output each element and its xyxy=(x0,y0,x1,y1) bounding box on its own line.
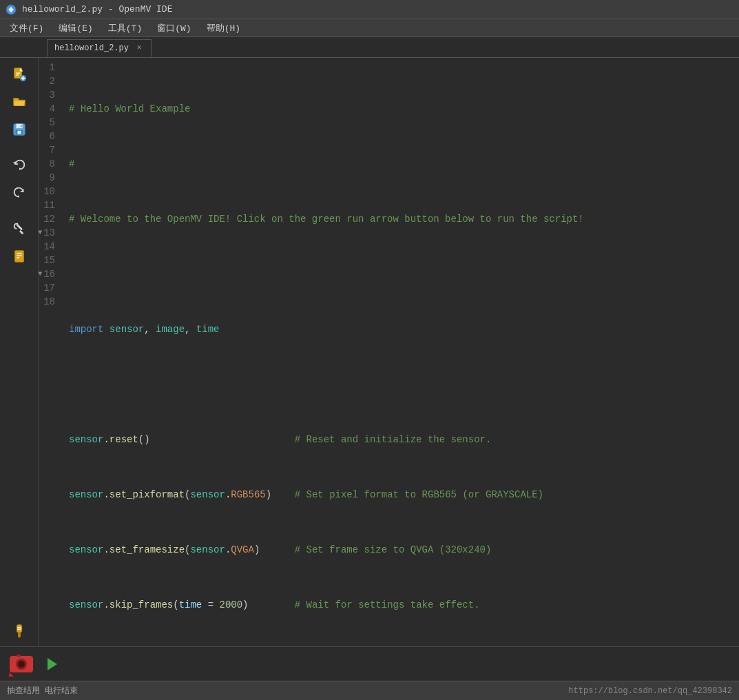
svg-rect-25 xyxy=(17,655,21,657)
code-editor[interactable]: 1 2 3 4 5 6 7 8 9 10 11 12 ▼13 14 15 ▼16 xyxy=(39,58,739,646)
line-num-2: 2 xyxy=(39,74,61,88)
status-left: 抽查结用 电行结束 xyxy=(7,685,78,697)
line-num-8: 8 xyxy=(39,157,61,171)
line-num-7: 7 xyxy=(39,143,61,157)
line-num-9: 9 xyxy=(39,171,61,185)
code-line-4 xyxy=(69,267,739,281)
line-num-6: 6 xyxy=(39,130,61,143)
svg-marker-27 xyxy=(48,658,57,670)
menu-edit[interactable]: 编辑(E) xyxy=(52,21,99,36)
line-num-16: ▼16 xyxy=(39,267,61,281)
svg-rect-13 xyxy=(19,230,23,234)
connect-button[interactable] xyxy=(7,619,32,644)
tab-helloworld[interactable]: helloworld_2.py × xyxy=(47,39,152,57)
line-num-11: 11 xyxy=(39,198,61,212)
run-icon xyxy=(44,656,61,672)
line-num-1: 1 xyxy=(39,61,61,74)
menu-tools[interactable]: 工具(T) xyxy=(101,21,149,36)
connect-icon xyxy=(12,624,27,639)
code-line-2: # xyxy=(69,157,739,171)
openmv-icon xyxy=(6,4,17,15)
run-area xyxy=(0,646,739,681)
new-file-icon xyxy=(12,67,27,82)
code-line-1: # Hello World Example xyxy=(69,102,739,116)
line-num-3: 3 xyxy=(39,88,61,102)
tab-bar: helloworld_2.py × xyxy=(0,37,739,58)
redo-button[interactable] xyxy=(7,181,32,205)
tab-close-button[interactable]: × xyxy=(134,43,144,53)
open-file-icon xyxy=(12,94,27,110)
undo-icon xyxy=(12,158,27,173)
code-lines[interactable]: # Hello World Example # # Welcome to the… xyxy=(66,61,739,646)
camera-area xyxy=(8,650,36,678)
line-num-10: 10 xyxy=(39,185,61,198)
svg-rect-14 xyxy=(14,251,23,262)
svg-rect-10 xyxy=(17,131,21,134)
script-icon xyxy=(12,249,27,264)
main-area: 1 2 3 4 5 6 7 8 9 10 11 12 ▼13 14 15 ▼16 xyxy=(0,58,739,646)
code-line-6 xyxy=(69,378,739,391)
code-line-3: # Welcome to the OpenMV IDE! Click on th… xyxy=(69,212,739,226)
tools-button[interactable] xyxy=(7,216,32,241)
redo-icon xyxy=(12,185,27,200)
line-num-18: 18 xyxy=(39,295,61,309)
line-num-12: 12 xyxy=(39,212,61,226)
status-bar: 抽查结用 电行结束 https://blog.csdn.net/qq_42398… xyxy=(0,681,739,700)
title-bar: helloworld_2.py - OpenMV IDE xyxy=(0,0,739,19)
camera-icon xyxy=(8,650,34,677)
fold-arrow-16[interactable]: ▼ xyxy=(39,267,42,281)
fold-arrow-13[interactable]: ▼ xyxy=(39,226,42,240)
svg-rect-12 xyxy=(16,224,23,231)
menu-window[interactable]: 窗口(W) xyxy=(150,21,198,36)
code-line-5: import sensor, image, time xyxy=(69,322,739,336)
code-line-8: sensor.set_pixformat(sensor.RGB565) # Se… xyxy=(69,488,739,502)
line-num-15: 15 xyxy=(39,254,61,267)
status-url: https://blog.csdn.net/qq_42398342 xyxy=(568,686,732,696)
undo-button[interactable] xyxy=(7,153,32,178)
sidebar xyxy=(0,58,39,646)
line-numbers: 1 2 3 4 5 6 7 8 9 10 11 12 ▼13 14 15 ▼16 xyxy=(39,61,66,646)
line-num-5: 5 xyxy=(39,116,61,130)
tools-icon xyxy=(12,221,27,236)
save-file-icon xyxy=(12,122,27,137)
line-num-13: ▼13 xyxy=(39,226,61,240)
new-file-button[interactable] xyxy=(7,62,32,87)
code-container: 1 2 3 4 5 6 7 8 9 10 11 12 ▼13 14 15 ▼16 xyxy=(39,58,739,646)
code-line-7: sensor.reset() # Reset and initialize th… xyxy=(69,433,739,446)
bottom-area: 抽查结用 电行结束 https://blog.csdn.net/qq_42398… xyxy=(0,646,739,700)
code-line-9: sensor.set_framesize(sensor.QVGA) # Set … xyxy=(69,543,739,557)
svg-point-24 xyxy=(18,661,25,668)
status-text: 抽查结用 电行结束 xyxy=(7,685,78,697)
line-num-4: 4 xyxy=(39,102,61,116)
script-button[interactable] xyxy=(7,244,32,269)
svg-rect-18 xyxy=(17,625,21,632)
run-button[interactable] xyxy=(41,653,63,675)
open-file-button[interactable] xyxy=(7,90,32,114)
code-line-10: sensor.skip_frames(time = 2000) # Wait f… xyxy=(69,598,739,612)
line-num-14: 14 xyxy=(39,240,61,254)
window-title: helloworld_2.py - OpenMV IDE xyxy=(22,4,172,14)
save-file-button[interactable] xyxy=(7,117,32,142)
svg-marker-26 xyxy=(8,672,14,677)
svg-rect-19 xyxy=(18,632,21,637)
svg-rect-11 xyxy=(20,125,21,127)
menu-bar: 文件(F) 编辑(E) 工具(T) 窗口(W) 帮助(H) xyxy=(0,19,739,37)
tab-filename: helloworld_2.py xyxy=(54,43,129,53)
menu-file[interactable]: 文件(F) xyxy=(3,21,50,36)
menu-help[interactable]: 帮助(H) xyxy=(200,21,247,36)
line-num-17: 17 xyxy=(39,281,61,295)
